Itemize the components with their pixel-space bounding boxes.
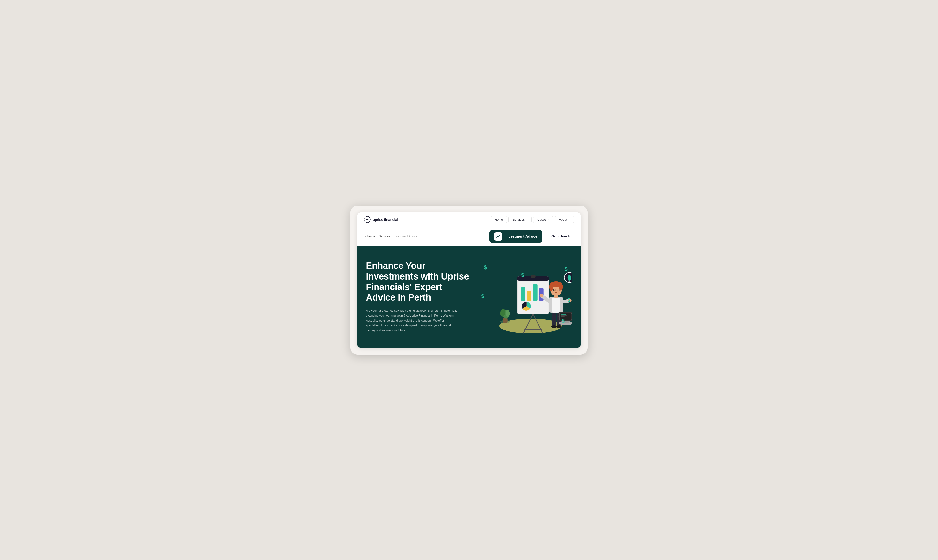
nav-about-label: About [559, 218, 567, 222]
breadcrumb-current: Investment Advice [394, 235, 417, 238]
svg-rect-20 [530, 275, 535, 278]
service-title: Investment Advice [505, 234, 537, 238]
chevron-down-icon: ⌄ [568, 218, 570, 221]
nav-item-cases[interactable]: Cases ⌄ [533, 216, 553, 223]
browser-window: uprise financial Home Services ⌄ Cases ⌄… [357, 212, 581, 348]
svg-point-0 [364, 216, 370, 223]
nav-item-home[interactable]: Home [491, 216, 507, 223]
nav-item-services[interactable]: Services ⌄ [508, 216, 532, 223]
home-icon: ⌂ [364, 234, 366, 238]
svg-rect-26 [552, 298, 560, 313]
service-icon-box [494, 232, 502, 240]
device-frame: uprise financial Home Services ⌄ Cases ⌄… [350, 206, 588, 355]
nav-cases-label: Cases [537, 218, 546, 222]
breadcrumb: ⌂ Home › Services › Investment Advice [364, 234, 417, 238]
svg-point-29 [568, 298, 571, 302]
chart-trend-icon [496, 234, 501, 238]
svg-point-35 [551, 282, 560, 285]
svg-rect-4 [503, 318, 507, 323]
breadcrumb-services-link[interactable]: Services [379, 235, 390, 238]
hero-title: Enhance Your Investments with Uprise Fin… [366, 261, 473, 303]
svg-point-24 [556, 326, 562, 328]
logo-icon [364, 216, 371, 223]
svg-point-54 [539, 294, 543, 297]
svg-point-40 [558, 290, 558, 291]
chevron-down-icon: ⌄ [526, 218, 528, 221]
hero-description: Are your hard-earned savings yielding di… [366, 308, 458, 333]
svg-point-39 [554, 290, 554, 291]
nav-item-about[interactable]: About ⌄ [555, 216, 574, 223]
svg-rect-21 [552, 311, 556, 326]
breadcrumb-sep-2: › [391, 235, 393, 238]
logo-text: uprise financial [373, 218, 398, 222]
chevron-down-icon: ⌄ [547, 218, 549, 221]
nav-services-label: Services [513, 218, 525, 222]
hero-illustration: $ $ $ $ $ $ [479, 258, 572, 336]
hero-section: Enhance Your Investments with Uprise Fin… [357, 246, 581, 348]
sub-bar: ⌂ Home › Services › Investment Advice [357, 227, 581, 246]
get-in-touch-button[interactable]: Get in touch [547, 232, 574, 240]
breadcrumb-home-link[interactable]: Home [367, 235, 375, 238]
navbar: uprise financial Home Services ⌄ Cases ⌄… [357, 212, 581, 227]
breadcrumb-sep-1: › [376, 235, 377, 238]
nav-links: Home Services ⌄ Cases ⌄ About ⌄ [491, 216, 574, 223]
svg-rect-10 [521, 287, 525, 301]
business-illustration [479, 258, 572, 336]
service-label-panel: Investment Advice [489, 230, 542, 243]
hero-text: Enhance Your Investments with Uprise Fin… [366, 261, 473, 333]
nav-home-label: Home [494, 218, 503, 222]
svg-rect-11 [527, 291, 531, 301]
svg-rect-12 [533, 285, 537, 301]
logo-area: uprise financial [364, 216, 398, 223]
